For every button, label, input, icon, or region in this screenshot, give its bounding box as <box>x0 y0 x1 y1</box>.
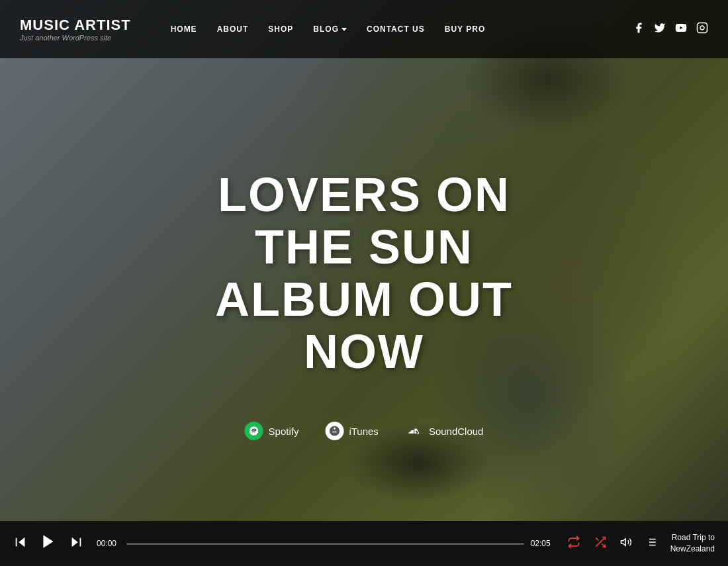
header: MUSIC ARTIST Just another WordPress site… <box>0 0 728 58</box>
hero-title: LOVERS ON THE SUN ALBUM OUT NOW <box>182 169 546 379</box>
logo-area: MUSIC ARTIST Just another WordPress site <box>20 17 131 42</box>
streaming-links: Spotify iTunes SoundCloud <box>245 422 484 440</box>
soundcloud-link[interactable]: SoundCloud <box>405 422 484 440</box>
now-playing-line2: NewZealand <box>670 543 715 555</box>
itunes-link[interactable]: iTunes <box>325 422 378 440</box>
nav-shop[interactable]: SHOP <box>268 24 293 34</box>
player-bar: 00:00 02:05 Road Trip to NewZealand <box>0 521 728 566</box>
total-time: 02:05 <box>531 539 554 548</box>
itunes-icon <box>325 422 343 440</box>
svg-marker-6 <box>43 535 53 548</box>
hero-content: LOVERS ON THE SUN ALBUM OUT NOW <box>182 169 546 379</box>
spotify-icon <box>245 422 263 440</box>
current-time: 00:00 <box>97 539 120 548</box>
twitter-icon[interactable] <box>654 22 666 36</box>
now-playing-line1: Road Trip to <box>670 532 715 543</box>
social-icons <box>633 22 708 36</box>
svg-line-11 <box>596 538 598 540</box>
svg-marker-7 <box>72 537 78 547</box>
svg-point-3 <box>250 426 258 435</box>
svg-marker-4 <box>19 537 24 547</box>
fast-forward-button[interactable] <box>69 535 83 553</box>
facebook-icon[interactable] <box>633 22 645 36</box>
nav-blog[interactable]: BLOG <box>313 24 347 34</box>
time-area: 00:00 02:05 <box>97 539 554 548</box>
nav-about[interactable]: ABOUT <box>217 24 249 34</box>
svg-rect-1 <box>698 23 707 33</box>
logo-subtitle: Just another WordPress site <box>20 34 131 42</box>
instagram-icon[interactable] <box>696 22 708 36</box>
player-right-controls <box>567 536 657 552</box>
progress-bar[interactable] <box>126 543 524 545</box>
chevron-down-icon <box>341 28 347 31</box>
spotify-link[interactable]: Spotify <box>245 422 299 440</box>
player-controls <box>13 533 83 554</box>
nav-contact[interactable]: CONTACT US <box>367 24 425 34</box>
nav-home[interactable]: HOME <box>171 24 197 34</box>
repeat-icon[interactable] <box>567 536 580 552</box>
rewind-button[interactable] <box>13 535 28 553</box>
nav-buy-pro[interactable]: BUY PRO <box>445 24 485 34</box>
volume-icon[interactable] <box>620 536 632 551</box>
playlist-icon[interactable] <box>645 536 657 551</box>
logo-title[interactable]: MUSIC ARTIST <box>20 17 131 34</box>
hero-section: LOVERS ON THE SUN ALBUM OUT NOW Spotify … <box>0 0 728 526</box>
shuffle-icon[interactable] <box>594 536 607 552</box>
play-button[interactable] <box>40 533 57 554</box>
youtube-icon[interactable] <box>675 22 687 36</box>
svg-marker-12 <box>621 539 625 546</box>
now-playing: Road Trip to NewZealand <box>670 532 715 555</box>
main-nav: HOME ABOUT SHOP BLOG CONTACT US BUY PRO <box>171 24 633 34</box>
soundcloud-icon <box>405 422 424 440</box>
